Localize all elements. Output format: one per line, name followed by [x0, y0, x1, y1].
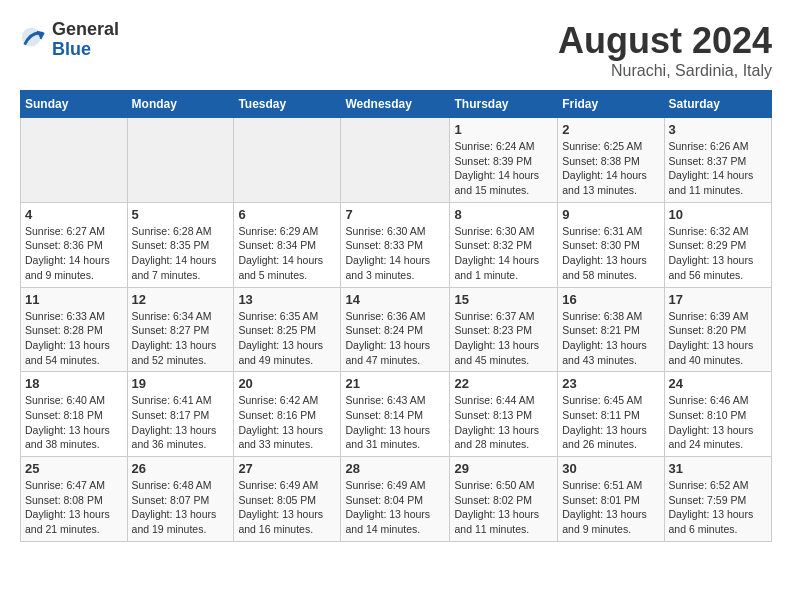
calendar-cell: 30Sunrise: 6:51 AMSunset: 8:01 PMDayligh…	[558, 457, 664, 542]
calendar-cell: 29Sunrise: 6:50 AMSunset: 8:02 PMDayligh…	[450, 457, 558, 542]
day-number: 22	[454, 376, 553, 391]
day-number: 15	[454, 292, 553, 307]
calendar-cell: 8Sunrise: 6:30 AMSunset: 8:32 PMDaylight…	[450, 202, 558, 287]
day-info: Sunrise: 6:49 AMSunset: 8:04 PMDaylight:…	[345, 478, 445, 537]
calendar-cell: 7Sunrise: 6:30 AMSunset: 8:33 PMDaylight…	[341, 202, 450, 287]
day-number: 3	[669, 122, 767, 137]
day-info: Sunrise: 6:31 AMSunset: 8:30 PMDaylight:…	[562, 224, 659, 283]
day-info: Sunrise: 6:24 AMSunset: 8:39 PMDaylight:…	[454, 139, 553, 198]
day-info: Sunrise: 6:51 AMSunset: 8:01 PMDaylight:…	[562, 478, 659, 537]
calendar-header-row: SundayMondayTuesdayWednesdayThursdayFrid…	[21, 91, 772, 118]
calendar-cell: 31Sunrise: 6:52 AMSunset: 7:59 PMDayligh…	[664, 457, 771, 542]
day-info: Sunrise: 6:28 AMSunset: 8:35 PMDaylight:…	[132, 224, 230, 283]
calendar-cell: 19Sunrise: 6:41 AMSunset: 8:17 PMDayligh…	[127, 372, 234, 457]
day-info: Sunrise: 6:50 AMSunset: 8:02 PMDaylight:…	[454, 478, 553, 537]
calendar-week-1: 1Sunrise: 6:24 AMSunset: 8:39 PMDaylight…	[21, 118, 772, 203]
header-saturday: Saturday	[664, 91, 771, 118]
day-number: 14	[345, 292, 445, 307]
header-wednesday: Wednesday	[341, 91, 450, 118]
day-number: 18	[25, 376, 123, 391]
calendar-cell: 10Sunrise: 6:32 AMSunset: 8:29 PMDayligh…	[664, 202, 771, 287]
calendar-cell: 11Sunrise: 6:33 AMSunset: 8:28 PMDayligh…	[21, 287, 128, 372]
day-info: Sunrise: 6:47 AMSunset: 8:08 PMDaylight:…	[25, 478, 123, 537]
calendar-cell: 6Sunrise: 6:29 AMSunset: 8:34 PMDaylight…	[234, 202, 341, 287]
title-block: August 2024 Nurachi, Sardinia, Italy	[558, 20, 772, 80]
calendar-cell: 13Sunrise: 6:35 AMSunset: 8:25 PMDayligh…	[234, 287, 341, 372]
day-number: 2	[562, 122, 659, 137]
calendar-cell: 23Sunrise: 6:45 AMSunset: 8:11 PMDayligh…	[558, 372, 664, 457]
day-info: Sunrise: 6:43 AMSunset: 8:14 PMDaylight:…	[345, 393, 445, 452]
calendar-cell: 12Sunrise: 6:34 AMSunset: 8:27 PMDayligh…	[127, 287, 234, 372]
day-number: 10	[669, 207, 767, 222]
day-number: 30	[562, 461, 659, 476]
day-number: 17	[669, 292, 767, 307]
page-header: General Blue August 2024 Nurachi, Sardin…	[20, 20, 772, 80]
calendar-cell: 16Sunrise: 6:38 AMSunset: 8:21 PMDayligh…	[558, 287, 664, 372]
header-thursday: Thursday	[450, 91, 558, 118]
calendar-table: SundayMondayTuesdayWednesdayThursdayFrid…	[20, 90, 772, 542]
day-info: Sunrise: 6:35 AMSunset: 8:25 PMDaylight:…	[238, 309, 336, 368]
day-number: 16	[562, 292, 659, 307]
day-number: 11	[25, 292, 123, 307]
calendar-cell: 25Sunrise: 6:47 AMSunset: 8:08 PMDayligh…	[21, 457, 128, 542]
day-number: 8	[454, 207, 553, 222]
day-info: Sunrise: 6:40 AMSunset: 8:18 PMDaylight:…	[25, 393, 123, 452]
day-info: Sunrise: 6:46 AMSunset: 8:10 PMDaylight:…	[669, 393, 767, 452]
calendar-cell: 5Sunrise: 6:28 AMSunset: 8:35 PMDaylight…	[127, 202, 234, 287]
calendar-cell: 14Sunrise: 6:36 AMSunset: 8:24 PMDayligh…	[341, 287, 450, 372]
calendar-cell: 3Sunrise: 6:26 AMSunset: 8:37 PMDaylight…	[664, 118, 771, 203]
calendar-cell	[127, 118, 234, 203]
day-number: 1	[454, 122, 553, 137]
calendar-cell	[234, 118, 341, 203]
day-number: 19	[132, 376, 230, 391]
day-number: 4	[25, 207, 123, 222]
day-info: Sunrise: 6:32 AMSunset: 8:29 PMDaylight:…	[669, 224, 767, 283]
day-info: Sunrise: 6:30 AMSunset: 8:33 PMDaylight:…	[345, 224, 445, 283]
day-info: Sunrise: 6:52 AMSunset: 7:59 PMDaylight:…	[669, 478, 767, 537]
day-number: 25	[25, 461, 123, 476]
logo-text: General Blue	[52, 20, 119, 60]
calendar-cell: 17Sunrise: 6:39 AMSunset: 8:20 PMDayligh…	[664, 287, 771, 372]
day-number: 31	[669, 461, 767, 476]
day-info: Sunrise: 6:49 AMSunset: 8:05 PMDaylight:…	[238, 478, 336, 537]
calendar-cell: 9Sunrise: 6:31 AMSunset: 8:30 PMDaylight…	[558, 202, 664, 287]
day-info: Sunrise: 6:38 AMSunset: 8:21 PMDaylight:…	[562, 309, 659, 368]
calendar-cell: 1Sunrise: 6:24 AMSunset: 8:39 PMDaylight…	[450, 118, 558, 203]
day-number: 21	[345, 376, 445, 391]
month-year-title: August 2024	[558, 20, 772, 62]
header-sunday: Sunday	[21, 91, 128, 118]
day-info: Sunrise: 6:42 AMSunset: 8:16 PMDaylight:…	[238, 393, 336, 452]
day-info: Sunrise: 6:30 AMSunset: 8:32 PMDaylight:…	[454, 224, 553, 283]
calendar-cell: 24Sunrise: 6:46 AMSunset: 8:10 PMDayligh…	[664, 372, 771, 457]
day-number: 28	[345, 461, 445, 476]
day-info: Sunrise: 6:29 AMSunset: 8:34 PMDaylight:…	[238, 224, 336, 283]
day-number: 5	[132, 207, 230, 222]
calendar-week-2: 4Sunrise: 6:27 AMSunset: 8:36 PMDaylight…	[21, 202, 772, 287]
day-number: 26	[132, 461, 230, 476]
day-info: Sunrise: 6:45 AMSunset: 8:11 PMDaylight:…	[562, 393, 659, 452]
day-number: 6	[238, 207, 336, 222]
day-number: 9	[562, 207, 659, 222]
calendar-cell: 4Sunrise: 6:27 AMSunset: 8:36 PMDaylight…	[21, 202, 128, 287]
logo-icon	[20, 26, 48, 54]
day-number: 29	[454, 461, 553, 476]
calendar-cell: 22Sunrise: 6:44 AMSunset: 8:13 PMDayligh…	[450, 372, 558, 457]
calendar-cell: 21Sunrise: 6:43 AMSunset: 8:14 PMDayligh…	[341, 372, 450, 457]
calendar-week-3: 11Sunrise: 6:33 AMSunset: 8:28 PMDayligh…	[21, 287, 772, 372]
day-info: Sunrise: 6:34 AMSunset: 8:27 PMDaylight:…	[132, 309, 230, 368]
day-number: 7	[345, 207, 445, 222]
day-info: Sunrise: 6:39 AMSunset: 8:20 PMDaylight:…	[669, 309, 767, 368]
day-number: 27	[238, 461, 336, 476]
logo-blue: Blue	[52, 40, 119, 60]
day-number: 12	[132, 292, 230, 307]
calendar-cell: 20Sunrise: 6:42 AMSunset: 8:16 PMDayligh…	[234, 372, 341, 457]
calendar-week-4: 18Sunrise: 6:40 AMSunset: 8:18 PMDayligh…	[21, 372, 772, 457]
logo-general: General	[52, 20, 119, 40]
day-info: Sunrise: 6:33 AMSunset: 8:28 PMDaylight:…	[25, 309, 123, 368]
calendar-cell	[21, 118, 128, 203]
header-tuesday: Tuesday	[234, 91, 341, 118]
day-info: Sunrise: 6:27 AMSunset: 8:36 PMDaylight:…	[25, 224, 123, 283]
day-info: Sunrise: 6:36 AMSunset: 8:24 PMDaylight:…	[345, 309, 445, 368]
calendar-cell: 15Sunrise: 6:37 AMSunset: 8:23 PMDayligh…	[450, 287, 558, 372]
calendar-week-5: 25Sunrise: 6:47 AMSunset: 8:08 PMDayligh…	[21, 457, 772, 542]
